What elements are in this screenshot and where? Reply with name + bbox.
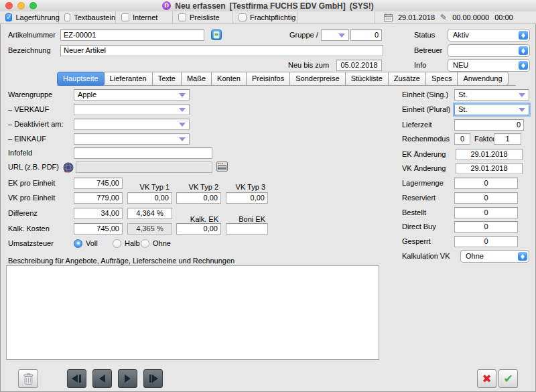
einkauf-combobox[interactable] bbox=[74, 133, 190, 145]
einheit-sing-combobox[interactable]: St. bbox=[454, 89, 529, 101]
checkbox-label: Textbaustein bbox=[74, 13, 115, 21]
tab-preisinfos[interactable]: Preisinfos bbox=[246, 72, 290, 86]
tab-anwendung[interactable]: Anwendung bbox=[457, 72, 508, 86]
delete-button[interactable] bbox=[18, 369, 38, 388]
browser-window-icon bbox=[216, 161, 228, 172]
lagermenge-field[interactable]: 0 bbox=[454, 178, 518, 189]
ek-aenderung-label: EK Änderung bbox=[402, 149, 446, 160]
close-window-icon[interactable] bbox=[5, 2, 13, 9]
toolbar-checkbox-frachtpflichtig[interactable]: Frachtpflichtig bbox=[233, 11, 297, 23]
vk-typ1-header: VK Typ 1 bbox=[127, 184, 170, 191]
betreuer-dropdown[interactable] bbox=[448, 44, 530, 57]
einkauf-label: – EINKAUF bbox=[8, 133, 46, 145]
tab-zus-tze[interactable]: Zusätze bbox=[388, 72, 426, 86]
verkauf-combobox[interactable] bbox=[74, 104, 190, 115]
window-title: D Neu erfassen [Testfirma FUCHS EDV GmbH… bbox=[162, 1, 374, 11]
globe-search-icon[interactable] bbox=[63, 162, 74, 173]
ek-pro-einheit-label: EK pro Einheit bbox=[8, 178, 55, 189]
minimize-window-icon[interactable] bbox=[17, 2, 25, 9]
einheit-plural-combobox[interactable]: St. bbox=[454, 104, 529, 115]
vk-aenderung-field[interactable]: 29.01.2018 bbox=[456, 163, 523, 174]
radio-voll[interactable]: Voll bbox=[74, 239, 98, 248]
vk-typ2-field[interactable]: 0,00 bbox=[176, 192, 221, 204]
direct-buy-field[interactable]: 0 bbox=[454, 221, 518, 233]
checkbox-unchecked-icon bbox=[239, 13, 247, 21]
confirm-button[interactable]: ✔ bbox=[498, 369, 518, 388]
status-dropdown[interactable]: Aktiv bbox=[448, 29, 530, 42]
tab-lieferanten[interactable]: Lieferanten bbox=[104, 72, 153, 86]
reserviert-field[interactable]: 0 bbox=[454, 192, 518, 204]
url-field[interactable] bbox=[76, 161, 212, 173]
status-label: Status bbox=[414, 29, 435, 41]
chevron-up-down-icon bbox=[518, 252, 527, 261]
info-value: NEU bbox=[453, 61, 468, 69]
kalk-kosten-field[interactable]: 745,00 bbox=[74, 223, 123, 235]
betreuer-label: Betreuer bbox=[414, 45, 442, 56]
radio-ohne-label: Ohne bbox=[153, 239, 171, 247]
artikelnummer-field[interactable]: EZ-00001 bbox=[60, 29, 204, 41]
calendar-icon bbox=[384, 13, 393, 22]
open-browser-button[interactable] bbox=[216, 161, 228, 172]
cancel-button[interactable]: ✖ bbox=[477, 369, 496, 388]
vk-pro-einheit-field[interactable]: 779,00 bbox=[74, 192, 123, 204]
infofeld-field[interactable] bbox=[74, 147, 212, 159]
lieferzeit-field[interactable]: 0 bbox=[454, 119, 524, 131]
direct-buy-label: Direct Buy bbox=[402, 221, 436, 233]
tab-specs[interactable]: Specs bbox=[425, 72, 458, 86]
trash-icon bbox=[23, 373, 34, 385]
ek-aenderung-field[interactable]: 29.01.2018 bbox=[456, 149, 523, 160]
differenz-field[interactable]: 34,00 bbox=[74, 208, 123, 219]
tab-konten[interactable]: Konten bbox=[211, 72, 247, 86]
previous-record-button[interactable] bbox=[92, 369, 112, 388]
toolbar-checkbox-internet[interactable]: Internet bbox=[116, 11, 173, 23]
faktor-field[interactable]: 1 bbox=[494, 133, 521, 145]
tab-hauptseite[interactable]: Hauptseite bbox=[57, 72, 105, 86]
vk-typ3-field[interactable]: 0,00 bbox=[226, 192, 268, 204]
gesperrt-field[interactable]: 0 bbox=[454, 236, 518, 247]
gruppe-label: Gruppe / bbox=[289, 29, 318, 41]
vk-aenderung-label: VK Änderung bbox=[402, 163, 446, 174]
toolbar-checkbox-textbaustein[interactable]: Textbaustein bbox=[59, 11, 116, 23]
boni-ek-header: Boni EK bbox=[226, 216, 265, 223]
window-title-company: [Testfirma FUCHS EDV GmbH] bbox=[230, 1, 346, 11]
article-list-button[interactable] bbox=[211, 29, 222, 40]
app-icon: D bbox=[162, 1, 171, 10]
tab-texte[interactable]: Texte bbox=[152, 72, 182, 86]
vk-typ1-field[interactable]: 0,00 bbox=[127, 192, 172, 204]
info-dropdown[interactable]: NEU bbox=[448, 59, 530, 72]
radio-halb[interactable]: Halb bbox=[113, 239, 140, 248]
bezeichnung-field[interactable]: Neuer Artikel bbox=[60, 45, 383, 56]
vk-pro-einheit-label: VK pro Einheit bbox=[8, 192, 55, 204]
next-record-button[interactable] bbox=[118, 369, 137, 388]
radio-voll-label: Voll bbox=[86, 239, 98, 247]
toolbar-checkbox-lagerf-hrung[interactable]: ✓Lagerführung bbox=[0, 11, 59, 23]
boni-ek-field[interactable] bbox=[226, 223, 268, 235]
rechenmodus-field[interactable]: 0 bbox=[454, 133, 470, 145]
beschreibung-textarea[interactable] bbox=[6, 265, 379, 360]
last-record-button[interactable] bbox=[143, 369, 163, 388]
gruppe-combobox[interactable] bbox=[321, 29, 349, 41]
lagermenge-label: Lagermenge bbox=[402, 178, 444, 189]
tab-sonderpreise[interactable]: Sonderpreise bbox=[289, 72, 345, 86]
toolbar-checkbox-preisliste[interactable]: Preisliste bbox=[173, 11, 233, 23]
deaktiviert-am-combobox[interactable] bbox=[74, 119, 190, 130]
radio-icon bbox=[74, 239, 82, 248]
first-record-button[interactable] bbox=[67, 369, 86, 388]
kalk-kosten-label: Kalk. Kosten bbox=[8, 223, 50, 235]
differenz-percent-field[interactable]: 4,364 % bbox=[127, 208, 172, 219]
tab-ma-e[interactable]: Maße bbox=[181, 72, 212, 86]
tab-st-ckliste[interactable]: Stückliste bbox=[345, 72, 389, 86]
list-icon bbox=[211, 29, 222, 40]
checkbox-unchecked-icon bbox=[178, 13, 186, 21]
warengruppe-combobox[interactable]: Apple bbox=[74, 89, 190, 101]
bestellt-field[interactable]: 0 bbox=[454, 207, 518, 218]
kalk-ek-field[interactable]: 0,00 bbox=[176, 223, 221, 235]
neu-bis-zum-field[interactable]: 05.02.2018 bbox=[336, 60, 382, 71]
ek-pro-einheit-field[interactable]: 745,00 bbox=[74, 178, 123, 189]
zoom-window-icon[interactable] bbox=[29, 2, 37, 9]
bezeichnung-label: Bezeichnung bbox=[8, 45, 51, 56]
gruppe-number-field[interactable]: 0 bbox=[350, 29, 382, 41]
kalkulation-vk-dropdown[interactable]: Ohne bbox=[460, 250, 529, 263]
options-toolbar: ✓LagerführungTextbausteinInternetPreisli… bbox=[0, 11, 536, 24]
radio-ohne[interactable]: Ohne bbox=[141, 239, 171, 248]
